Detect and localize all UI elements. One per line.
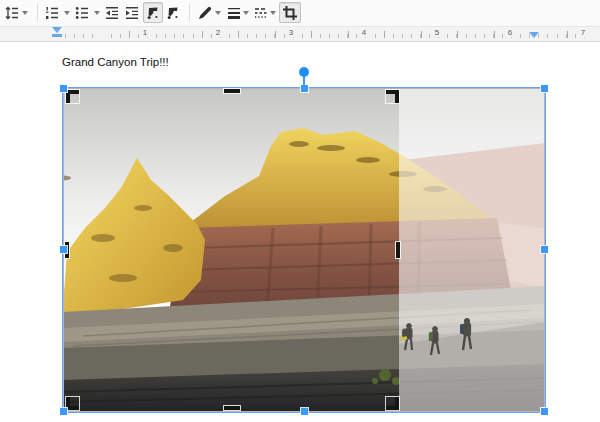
google-docs-canvas: 1 2 3 4 5 6 7 Grand Canyon Trip!!!: [0, 0, 600, 422]
crop-corner-handle-bottom-left[interactable]: [66, 397, 79, 410]
resize-handle-middle-left[interactable]: [60, 246, 67, 253]
left-indent-marker[interactable]: [52, 27, 64, 39]
document-page[interactable]: Grand Canyon Trip!!!: [0, 43, 600, 422]
increase-indent-icon: [124, 5, 140, 21]
crop-image-button[interactable]: [279, 2, 301, 23]
numbered-list-dropdown[interactable]: [62, 2, 72, 23]
bulleted-list-button[interactable]: [72, 2, 92, 23]
fill-color-button[interactable]: [143, 2, 163, 23]
paint-can-icon: [145, 5, 161, 21]
line-color-button[interactable]: [195, 2, 215, 23]
ruler-number: 6: [506, 28, 514, 37]
decrease-indent-button[interactable]: [102, 2, 122, 23]
crop-edge-handle-top[interactable]: [224, 89, 240, 93]
increase-indent-button[interactable]: [122, 2, 142, 23]
crop-corner-handle-top-left[interactable]: [66, 90, 79, 103]
numbered-list-icon: [44, 5, 60, 21]
toolbar: [0, 0, 600, 26]
fill-color-alt-button[interactable]: [163, 2, 183, 23]
resize-handle-middle-right[interactable]: [541, 246, 548, 253]
line-weight-icon: [226, 5, 242, 21]
grand-canyon-photo: [63, 88, 545, 412]
crop-edge-handle-right[interactable]: [396, 242, 400, 258]
right-indent-marker[interactable]: [529, 32, 539, 38]
ruler-number: 5: [433, 28, 441, 37]
line-dash-icon: [253, 5, 269, 21]
crop-edge-handle-bottom[interactable]: [224, 406, 240, 410]
resize-handle-top-right[interactable]: [541, 85, 548, 92]
ruler-number: 7: [579, 28, 587, 37]
line-spacing-icon: [4, 5, 20, 21]
document-title-text[interactable]: Grand Canyon Trip!!!: [62, 56, 169, 68]
first-line-indent-icon: [52, 27, 62, 33]
line-color-dropdown[interactable]: [213, 2, 223, 23]
ruler-number: 2: [214, 28, 222, 37]
decrease-indent-icon: [104, 5, 120, 21]
ruler[interactable]: 1 2 3 4 5 6 7: [0, 26, 600, 42]
line-spacing-button[interactable]: [2, 2, 22, 23]
selected-image[interactable]: [63, 88, 545, 412]
toolbar-separator: [37, 4, 38, 21]
crop-corner-handle-bottom-right[interactable]: [386, 397, 399, 410]
paint-can-icon: [165, 5, 181, 21]
resize-handle-top-left[interactable]: [60, 85, 67, 92]
ruler-number: 3: [287, 28, 295, 37]
line-dash-dropdown[interactable]: [268, 2, 278, 23]
crop-corner-handle-top-right[interactable]: [386, 90, 399, 103]
pencil-icon: [197, 5, 213, 21]
bulleted-list-icon: [74, 5, 90, 21]
numbered-list-button[interactable]: [42, 2, 62, 23]
ruler-number: 1: [141, 28, 149, 37]
ruler-number: 4: [360, 28, 368, 37]
toolbar-separator: [189, 4, 190, 21]
resize-handle-bottom-left[interactable]: [60, 408, 67, 415]
left-indent-bar-icon: [52, 34, 62, 37]
resize-handle-bottom-center[interactable]: [301, 408, 308, 415]
line-spacing-dropdown[interactable]: [20, 2, 30, 23]
rotation-handle[interactable]: [299, 67, 309, 77]
line-weight-dropdown[interactable]: [241, 2, 251, 23]
crop-icon: [282, 5, 298, 21]
bulleted-list-dropdown[interactable]: [92, 2, 102, 23]
resize-handle-bottom-right[interactable]: [541, 408, 548, 415]
